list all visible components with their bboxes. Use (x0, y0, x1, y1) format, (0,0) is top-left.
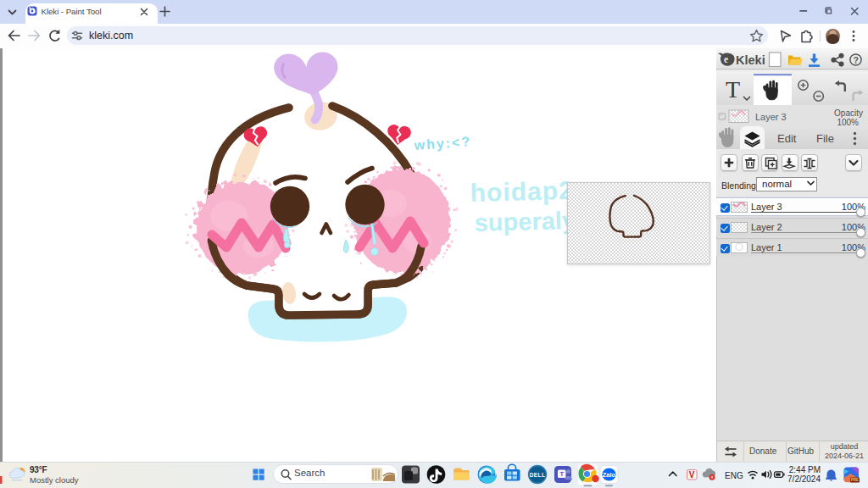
svg-text:e: e (724, 54, 728, 64)
svg-text:DELL: DELL (530, 472, 546, 478)
svg-text:V: V (689, 470, 695, 480)
svg-text:File: File (816, 132, 834, 145)
svg-text:T: T (560, 470, 565, 478)
svg-text:100%: 100% (837, 118, 859, 127)
svg-text:Layer 3: Layer 3 (755, 112, 787, 122)
svg-text:?: ? (854, 55, 859, 65)
svg-text:Zalo: Zalo (603, 471, 616, 479)
svg-text:Kleki: Kleki (736, 53, 765, 67)
svg-text:PRE: PRE (851, 478, 859, 482)
svg-text:T: T (726, 76, 740, 103)
svg-text:Opacity: Opacity (834, 108, 863, 118)
svg-text:Edit: Edit (777, 132, 797, 145)
